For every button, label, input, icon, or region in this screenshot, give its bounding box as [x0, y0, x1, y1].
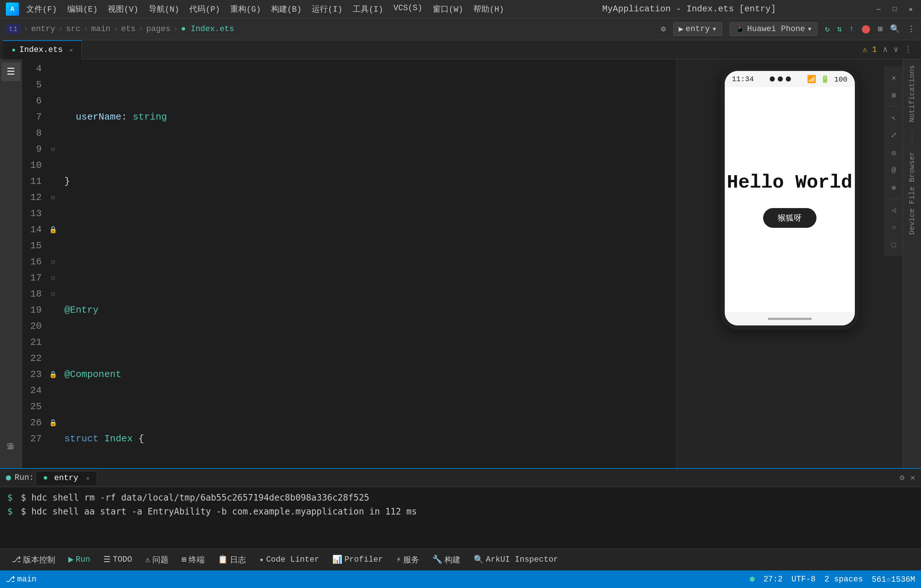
terminal-settings-icon[interactable]: ⚙ [900, 473, 905, 483]
fold-btn-17[interactable]: ⊟ [47, 270, 59, 286]
status-bar: ⎇ main 27:2 UTF-8 2 spaces 561☆1536M [0, 570, 921, 588]
activity-explorer[interactable]: ☰ [2, 62, 21, 81]
record-icon[interactable]: ⬤ [861, 24, 871, 34]
collapse-icon[interactable]: ∨ [893, 45, 898, 54]
phone-camera-area [770, 77, 791, 81]
preview-grid-btn[interactable]: ⊞ [886, 87, 902, 103]
issues-btn[interactable]: ⚠ 问题 [139, 552, 174, 567]
menu-tools[interactable]: 工具(I) [353, 4, 383, 15]
upload-icon[interactable]: ↑ [849, 24, 854, 34]
preview-square-btn[interactable]: □ [886, 237, 902, 253]
phone-status-bar: 11:34 📶 🔋 100 [725, 71, 855, 87]
more-tabs-icon[interactable]: ⋮ [904, 45, 912, 54]
run-button[interactable]: Run [62, 553, 96, 567]
log-btn[interactable]: 📋 日志 [212, 552, 252, 567]
settings-icon[interactable]: ⚙ [661, 24, 666, 34]
sep2: › [58, 24, 63, 34]
terminal-tab-entry[interactable]: ● entry ✕ [36, 471, 97, 485]
close-button[interactable]: ✕ [906, 5, 915, 13]
breadcrumb-entry[interactable]: entry [31, 24, 55, 34]
fold-btn-9[interactable]: ⊟ [47, 141, 59, 157]
sep4: › [113, 24, 118, 34]
status-bar-right: 27:2 UTF-8 2 spaces 561☆1536M [750, 575, 915, 584]
tab-bar: ● Index.ets ✕ ⚠ 1 ∧ ∨ ⋮ [0, 40, 921, 59]
phone-signal-icon: 📶 [807, 75, 816, 84]
preview-target-btn[interactable]: ◎ [886, 145, 902, 161]
preview-back-btn[interactable]: ◁ [886, 202, 902, 218]
arkui-inspector-btn[interactable]: 🔍 ArkUI Inspector [468, 552, 564, 567]
preview-sep-1 [888, 106, 900, 106]
terminal-close-icon[interactable]: ✕ [910, 473, 915, 483]
minimize-button[interactable]: — [874, 5, 883, 13]
search-icon[interactable]: 🔍 [890, 24, 900, 34]
maximize-button[interactable]: □ [890, 5, 899, 13]
grid-icon[interactable]: ⊞ [878, 24, 883, 34]
sync-icon[interactable]: ⇅ [837, 24, 842, 34]
todo-btn[interactable]: ☰ TODO [98, 552, 138, 567]
breadcrumb-main[interactable]: main [91, 24, 111, 34]
breadcrumb-t1[interactable]: t1 [6, 24, 21, 34]
more-icon[interactable]: ⋮ [907, 24, 915, 34]
fold-btn-18[interactable]: ⊟ [47, 286, 59, 302]
breadcrumb-src[interactable]: src [66, 24, 80, 34]
menu-refactor[interactable]: 重构(G) [230, 4, 261, 15]
status-git: ⎇ main [6, 575, 37, 584]
preview-at-btn[interactable]: @ [886, 162, 902, 178]
main-content: ☰ 书签 4 5 6 7 8 9 10 11 12 13 14 15 16 17… [0, 59, 921, 468]
menu-nav[interactable]: 导航(N) [149, 4, 179, 15]
menu-build[interactable]: 构建(B) [271, 4, 302, 15]
menu-code[interactable]: 代码(P) [189, 4, 220, 15]
menu-help[interactable]: 帮助(H) [473, 4, 504, 15]
refresh-icon[interactable]: ↻ [825, 24, 830, 34]
preview-resize-btn[interactable]: ⤢ [886, 127, 902, 143]
terminal-output: $ $ hdc shell rm -rf data/local/tmp/6ab5… [0, 487, 921, 549]
build-btn[interactable]: 🔧 构建 [426, 552, 466, 567]
run-indicator-dot [6, 476, 11, 480]
terminal-panel: Run: ● entry ✕ ⚙ ✕ $ $ hdc shell rm -rf … [0, 468, 921, 549]
breadcrumb-ets[interactable]: ets [121, 24, 136, 34]
build-icon: 🔧 [432, 555, 442, 565]
terminal-entry-label: entry [54, 474, 78, 483]
device-file-browser-label[interactable]: Device File Browser [908, 151, 916, 235]
fold-btn-16[interactable]: ⊟ [47, 254, 59, 270]
notifications-label[interactable]: Notifications [908, 65, 916, 122]
phone-battery-area: 📶 🔋 100 [807, 75, 847, 84]
lock-btn-26: 🔒 [47, 415, 59, 431]
breadcrumb: t1 › entry › src › main › ets › pages › … [6, 24, 234, 34]
code-text-area[interactable]: userName: string } @Entry @Component str… [59, 59, 676, 468]
preview-home-btn[interactable]: ○ [886, 220, 902, 236]
menu-file[interactable]: 文件(F) [26, 4, 57, 15]
sep6: › [173, 24, 178, 34]
menu-view[interactable]: 视图(V) [108, 4, 138, 15]
menu-edit[interactable]: 编辑(E) [67, 4, 98, 15]
preview-close-btn[interactable]: ✕ [886, 70, 902, 86]
fold-btn-12[interactable]: ⊟ [47, 189, 59, 205]
code-linter-btn[interactable]: ✦ Code Linter [253, 552, 325, 567]
terminal-tab-close[interactable]: ✕ [86, 476, 89, 482]
tab-index-ets[interactable]: ● Index.ets ✕ [3, 40, 82, 59]
warning-icon: ⚠ [145, 555, 150, 565]
status-connected-dot [750, 577, 755, 582]
code-line-7: @Entry [64, 302, 676, 318]
tab-close-icon[interactable]: ✕ [70, 46, 73, 54]
lock-btn-14: 🔒 [47, 222, 59, 238]
activity-bookmarks[interactable]: 书签 [2, 446, 21, 465]
version-control-btn[interactable]: ⎇ 版本控制 [6, 552, 61, 567]
device-dropdown[interactable]: 📱 Huawei Phone ▾ [729, 22, 818, 36]
service-btn[interactable]: ⚡ 服务 [391, 552, 425, 567]
profiler-btn[interactable]: 📊 Profiler [326, 552, 389, 567]
entry-dropdown-arrow: ▾ [712, 24, 717, 34]
expand-icon[interactable]: ∧ [883, 45, 888, 54]
menu-window[interactable]: 窗口(W) [433, 4, 464, 15]
entry-dropdown[interactable]: ▶ entry ▾ [673, 22, 722, 36]
terminal-btn[interactable]: ⊞ 终端 [176, 552, 210, 567]
terminal-right-tools: ⚙ ✕ [900, 473, 916, 483]
preview-cursor-btn[interactable]: ↖ [886, 109, 902, 125]
phone-action-button[interactable]: 猴狐呀 [763, 208, 817, 228]
menu-vcs[interactable]: VCS(S) [393, 4, 422, 15]
breadcrumb-file[interactable]: ● Index.ets [181, 24, 234, 34]
menu-run[interactable]: 运行(I) [312, 4, 342, 15]
breadcrumb-pages[interactable]: pages [146, 24, 170, 34]
preview-plus-btn[interactable]: ⊕ [886, 179, 902, 195]
phone-hello-world-text: Hello World [727, 172, 852, 194]
